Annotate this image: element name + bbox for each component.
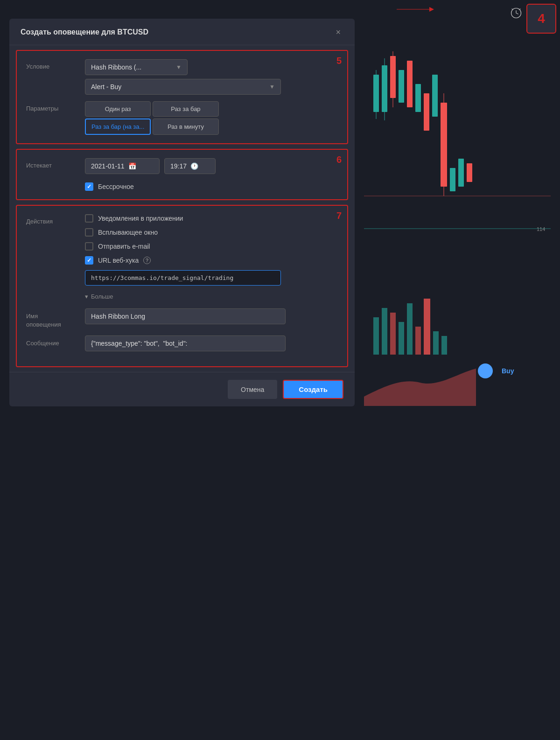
step-5-number: 5 [336,56,342,66]
webhook-label: URL веб-хука [98,257,139,264]
perpetual-row: Бессрочное [85,182,338,191]
modal-close-button[interactable]: × [333,27,343,37]
svg-rect-28 [433,331,439,355]
datetime-row: 2021-01-11 📅 19:17 🕐 [85,158,338,174]
perpetual-checkbox[interactable] [85,182,93,191]
svg-rect-20 [467,163,472,182]
svg-rect-11 [407,61,413,107]
svg-text:Buy: Buy [502,367,514,375]
section-5: 5 Условие Hash Ribbons (... ▼ Alert - Bu… [16,50,348,144]
date-input[interactable]: 2021-01-11 📅 [85,158,160,174]
message-label: Сообщение [26,335,77,348]
svg-rect-24 [399,322,404,355]
webhook-help-icon[interactable]: ? [143,257,151,264]
section-6: 6 Истекает 2021-01-11 📅 19:17 🕐 [16,149,348,200]
app-notif-checkbox[interactable] [85,214,93,223]
cancel-button[interactable]: Отмена [228,380,277,399]
perpetual-label: Бессрочное [98,183,134,190]
modal-footer: Отмена Создать [9,372,355,406]
modal-body: 5 Условие Hash Ribbons (... ▼ Alert - Bu… [9,50,355,367]
parameters-label: Параметры [26,101,77,112]
svg-rect-21 [373,317,379,355]
param-per-bar-button[interactable]: Раз за бар [153,101,218,117]
svg-point-30 [478,363,493,378]
svg-rect-14 [432,75,438,117]
app-notif-row: Уведомления в приложении [85,214,338,223]
param-once-button[interactable]: Один раз [85,101,151,117]
svg-rect-10 [399,70,404,103]
svg-rect-13 [424,93,429,131]
svg-rect-4 [382,65,387,112]
svg-rect-23 [390,313,396,355]
step-7-number: 7 [336,210,342,221]
alert-type-arrow: ▼ [269,84,275,90]
step-6-number: 6 [336,154,342,165]
popup-checkbox[interactable] [85,228,93,237]
condition-dropdown-text: Hash Ribbons (... [91,63,141,71]
calendar-icon: 📅 [128,162,136,170]
param-per-bar-active-button[interactable]: Раз за бар (на за... [85,119,151,135]
create-button[interactable]: Создать [283,380,343,399]
alert-name-row: Имяоповещения [26,308,338,329]
svg-rect-25 [407,303,413,355]
alarm-icon-area [510,7,523,22]
email-label: Отправить e-mail [98,243,150,250]
clock-icon: 🕐 [190,162,198,170]
condition-controls: Hash Ribbons (... ▼ Alert - Buy ▼ [85,59,338,95]
modal-header: Создать оповещение для BTCUSD × [9,19,355,45]
condition-row: Условие Hash Ribbons (... ▼ Alert - Buy … [26,59,338,95]
alarm-clock-icon [510,7,523,20]
expires-row: Истекает 2021-01-11 📅 19:17 🕐 [26,158,338,191]
email-row: Отправить e-mail [85,242,338,251]
svg-rect-29 [441,336,447,355]
expires-label: Истекает [26,158,77,169]
date-value: 2021-01-11 [91,162,125,170]
modal-dialog: Создать оповещение для BTCUSD × 5 Услови… [9,19,355,406]
svg-rect-18 [450,168,455,191]
modal-title: Создать оповещение для BTCUSD [21,28,148,36]
actions-row: Действия Уведомления в приложении Всплыв… [26,214,338,302]
svg-text:114: 114 [537,226,545,232]
webhook-row: URL веб-хука ? [85,256,338,265]
alert-name-label: Имяоповещения [26,308,77,329]
alert-type-dropdown[interactable]: Alert - Buy ▼ [85,79,281,95]
webhook-checkbox[interactable] [85,256,93,265]
popup-label: Всплывающее окно [98,229,158,236]
svg-rect-12 [415,84,421,112]
email-checkbox[interactable] [85,242,93,251]
message-input[interactable] [85,335,286,351]
more-toggle[interactable]: ▾ Больше [85,291,338,302]
app-notif-label: Уведомления в приложении [98,215,183,222]
expires-controls: 2021-01-11 📅 19:17 🕐 Бессрочное [85,158,338,191]
webhook-url-input[interactable] [85,270,281,286]
svg-rect-26 [415,327,421,355]
svg-rect-27 [424,299,430,355]
actions-label: Действия [26,214,77,225]
alarm-badge[interactable]: 4 [526,4,556,34]
condition-dropdown[interactable]: Hash Ribbons (... ▼ [85,59,188,75]
message-row: Сообщение [26,335,338,351]
svg-rect-7 [390,56,396,98]
param-per-minute-button[interactable]: Раз в минуту [153,119,218,135]
svg-rect-1 [373,75,379,112]
alert-name-input[interactable] [85,308,286,324]
condition-dropdown-arrow: ▼ [176,64,182,70]
params-grid: Один раз Раз за бар Раз за бар (на за...… [85,101,219,135]
more-label: Больше [91,293,113,300]
condition-label: Условие [26,59,77,70]
section-7: 7 Действия Уведомления в приложении Вспл… [16,205,348,367]
chevron-down-icon: ▾ [85,293,88,300]
svg-line-38 [512,9,513,10]
svg-line-39 [519,9,520,10]
svg-rect-19 [458,159,464,187]
svg-rect-22 [382,308,387,355]
time-value: 19:17 [170,162,187,170]
actions-list: Уведомления в приложении Всплывающее окн… [85,214,338,302]
parameters-row: Параметры Один раз Раз за бар Раз за бар… [26,101,338,135]
alert-type-text: Alert - Buy [91,83,121,91]
time-input[interactable]: 19:17 🕐 [164,158,216,174]
svg-rect-15 [441,103,447,187]
alarm-number: 4 [538,11,545,26]
popup-row: Всплывающее окно [85,228,338,237]
